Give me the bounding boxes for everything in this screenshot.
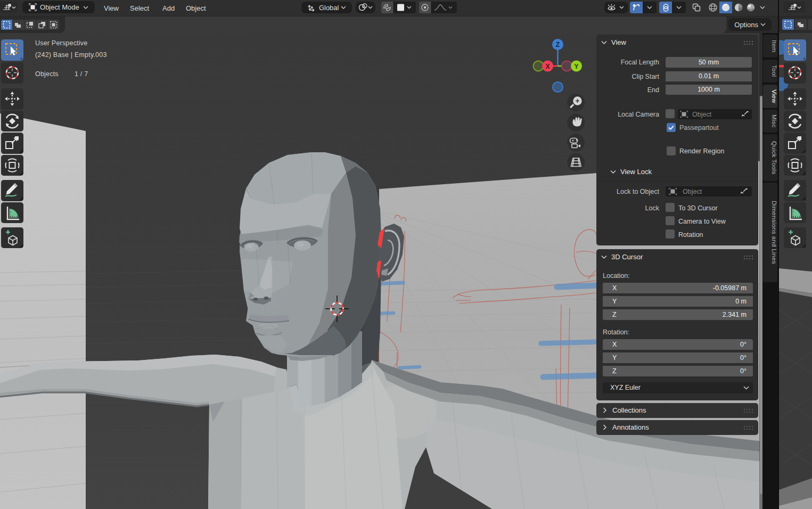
- svg-text:Object: Object: [692, 111, 712, 118]
- svg-text:Z: Z: [556, 41, 560, 48]
- svg-text:Y: Y: [574, 63, 578, 70]
- svg-text:X: X: [545, 63, 549, 70]
- svg-text:Object: Object: [683, 188, 702, 195]
